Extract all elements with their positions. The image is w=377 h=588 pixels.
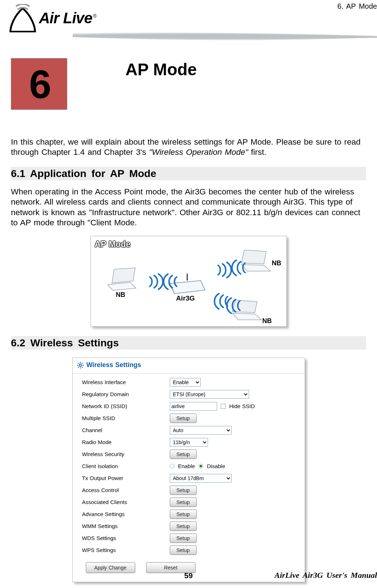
label-wps: WPS Settings: [77, 547, 170, 553]
btn-wds-setup[interactable]: Setup: [170, 533, 197, 543]
intro-italic: "Wireless Operation Mode": [149, 148, 248, 157]
manual-name: AirLive Air3G User's Manual: [274, 571, 377, 580]
label-advance: Advance Settings: [77, 511, 170, 517]
row-wireless-interface: Wireless Interface Enable: [77, 376, 300, 388]
select-wireless-interface[interactable]: Enable: [170, 378, 201, 387]
page-footer: 59 AirLive Air3G User's Manual: [0, 571, 377, 580]
notebook-1-icon: [104, 267, 139, 291]
label-access: Access Control: [77, 487, 170, 493]
intro-text-b: first.: [248, 148, 266, 157]
select-radio[interactable]: 11b/g/n: [170, 438, 208, 447]
signal-waves-icon: [222, 297, 247, 314]
input-ssid[interactable]: [170, 402, 217, 411]
btn-access-setup[interactable]: Setup: [170, 486, 197, 495]
row-advance: Advance Settings Setup: [77, 508, 300, 520]
section-6-1-heading: 6.1 Application for AP Mode: [11, 167, 366, 180]
label-txpower: Tx Output Power: [77, 475, 170, 481]
checkbox-hide-ssid[interactable]: [221, 404, 226, 409]
page-header: 6. AP Mode Air Live®: [0, 0, 377, 44]
brand-logo: Air Live®: [7, 2, 96, 35]
chapter-number: 6: [29, 61, 49, 107]
label-hide-ssid: Hide SSID: [229, 403, 255, 409]
row-wds: WDS Settings Setup: [77, 532, 300, 544]
notebook-1-label: NB: [116, 291, 125, 299]
panel-footer-buttons: Apply Change Reset: [77, 556, 300, 573]
label-clients: Associated Clients: [77, 499, 170, 505]
btn-security-setup[interactable]: Setup: [170, 450, 197, 459]
row-wps: WPS Settings Setup: [77, 544, 300, 556]
svg-line-9: [82, 363, 83, 363]
registered-mark: ®: [93, 13, 96, 19]
logo-word: Air Live: [39, 9, 92, 27]
row-channel: Channel Auto: [77, 424, 300, 436]
row-regulatory: Regulatory Domain ETSI (Europe): [77, 388, 300, 400]
svg-line-6: [78, 363, 79, 363]
label-isolation-disable: Disable: [207, 463, 225, 469]
intro-paragraph: In this chapter, we will explain about t…: [11, 137, 366, 157]
section-6-2-heading: 6.2 Wireless Settings: [11, 336, 366, 350]
chapter-title: AP Mode: [125, 60, 197, 110]
row-multi-ssid: Multiple SSID Setup: [77, 412, 300, 424]
ap-mode-diagram: AP Mode Air3G: [91, 236, 287, 327]
row-clients: Associated Clients Setup: [77, 496, 300, 508]
label-security: Wireless Security: [77, 451, 170, 457]
radio-isolation-disable[interactable]: [198, 464, 203, 468]
header-swoosh-icon: [0, 33, 377, 42]
label-ssid: Network ID (SSID): [77, 403, 170, 409]
signal-waves-icon: [159, 273, 184, 290]
wireless-settings-panel: Wireless Settings Wireless Interface Ena…: [72, 358, 305, 582]
panel-header: Wireless Settings: [73, 358, 305, 374]
btn-advance-setup[interactable]: Setup: [170, 510, 197, 519]
chapter-number-badge: 6: [11, 58, 67, 110]
logo-text: Air Live®: [39, 9, 96, 27]
row-ssid: Network ID (SSID) Hide SSID: [77, 400, 300, 412]
radio-isolation-enable[interactable]: [170, 464, 175, 468]
label-wireless-interface: Wireless Interface: [77, 379, 170, 385]
svg-point-1: [79, 364, 81, 366]
row-security: Wireless Security Setup: [77, 448, 300, 460]
diagram-title: AP Mode: [95, 239, 131, 249]
router-label: Air3G: [172, 294, 199, 302]
signal-waves-icon: [227, 259, 252, 276]
svg-line-7: [82, 367, 83, 367]
svg-line-8: [78, 367, 79, 367]
label-radio: Radio Mode: [77, 439, 170, 445]
row-radio: Radio Mode 11b/g/n: [77, 436, 300, 448]
row-access: Access Control Setup: [77, 484, 300, 496]
btn-multi-ssid-setup[interactable]: Setup: [170, 414, 197, 423]
notebook-2-label: NB: [272, 259, 281, 267]
label-wmm: WMM Settings: [77, 523, 170, 529]
chapter-header: 6 AP Mode: [11, 58, 366, 110]
select-regulatory[interactable]: ETSI (Europe): [170, 390, 249, 399]
section-6-1-paragraph: When operating in the Access Point mode,…: [11, 187, 366, 228]
select-channel[interactable]: Auto: [170, 426, 232, 435]
label-multi-ssid: Multiple SSID: [77, 415, 170, 421]
row-wmm: WMM Settings Setup: [77, 520, 300, 532]
logo-mark-icon: [7, 4, 38, 32]
label-regulatory: Regulatory Domain: [77, 391, 170, 397]
btn-wps-setup[interactable]: Setup: [170, 545, 197, 555]
header-breadcrumb: 6. AP Mode: [337, 2, 377, 11]
row-isolation: Client Isolation Enable Disable: [77, 460, 300, 472]
btn-wmm-setup[interactable]: Setup: [170, 521, 197, 531]
label-isolation: Client Isolation: [77, 463, 170, 469]
label-isolation-enable: Enable: [178, 463, 195, 469]
row-txpower: Tx Output Power About 17dBm: [77, 472, 300, 484]
panel-title: Wireless Settings: [87, 361, 141, 369]
btn-clients-setup[interactable]: Setup: [170, 498, 197, 507]
select-txpower[interactable]: About 17dBm: [170, 474, 232, 483]
gear-icon: [77, 362, 84, 368]
label-wds: WDS Settings: [77, 535, 170, 541]
notebook-3-label: NB: [262, 317, 272, 325]
label-channel: Channel: [77, 427, 170, 433]
